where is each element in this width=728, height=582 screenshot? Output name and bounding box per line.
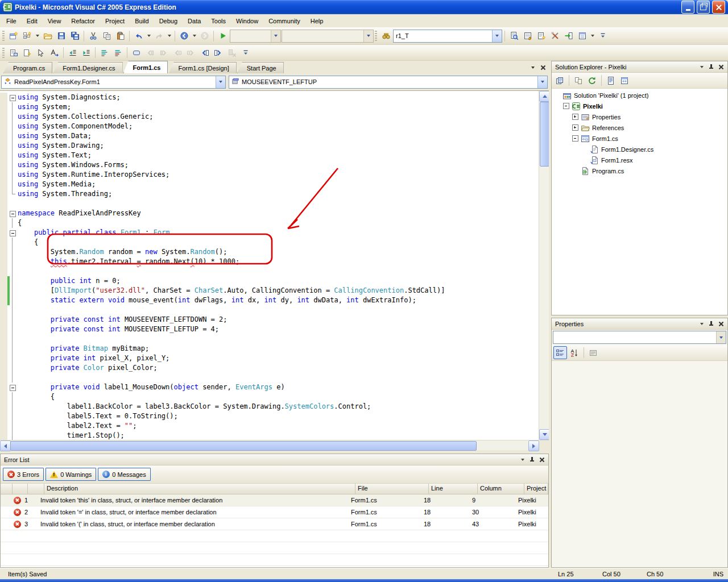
menu-tools[interactable]: Tools (206, 15, 231, 27)
start-page-button[interactable] (562, 30, 575, 42)
new-project-button[interactable] (7, 30, 20, 42)
undo-button[interactable] (132, 30, 145, 42)
expand-icon[interactable] (572, 114, 578, 120)
chevron-down-icon[interactable] (492, 30, 502, 42)
tree-item-form1-cs[interactable]: Form1.cs (552, 133, 727, 144)
error-row[interactable]: 3Invalid token '(' in class, struct, or … (1, 518, 548, 530)
se-show-all-files-button[interactable] (572, 74, 585, 86)
prop-alphabetical-button[interactable] (568, 347, 581, 359)
horizontal-scrollbar[interactable] (0, 440, 549, 450)
paste-button[interactable] (114, 30, 127, 42)
navigate-backward-button[interactable] (177, 30, 191, 42)
horizontal-scroll-thumb[interactable] (10, 441, 477, 451)
chevron-down-icon[interactable] (271, 30, 280, 42)
tab-list-dropdown-button[interactable] (528, 63, 537, 72)
menu-data[interactable]: Data (183, 15, 206, 27)
menu-build[interactable]: Build (130, 15, 154, 27)
display-member-list-button[interactable] (7, 47, 20, 59)
se-view-code-button[interactable] (605, 74, 617, 86)
close-document-button[interactable] (539, 63, 548, 72)
solution-platforms-combo[interactable] (282, 30, 374, 43)
object-browser-button[interactable] (535, 30, 548, 42)
tree-item-references[interactable]: References (552, 122, 727, 133)
find-symbol-button[interactable] (379, 30, 392, 42)
window-position-menu-button[interactable] (518, 455, 527, 464)
close-button[interactable] (712, 1, 725, 14)
properties-object-combo[interactable] (553, 331, 726, 344)
tab-start-page[interactable]: Start Page (237, 62, 284, 73)
other-windows-button[interactable] (576, 30, 589, 42)
window-position-menu-button[interactable] (697, 319, 706, 328)
minimize-button[interactable] (681, 1, 694, 14)
window-position-menu-button[interactable] (697, 63, 706, 71)
menu-help[interactable]: Help (305, 15, 329, 27)
add-new-item-button[interactable] (20, 30, 34, 42)
tab-form1-designer-cs[interactable]: Form1.Designer.cs (53, 62, 122, 73)
tree-item-form1-designer-cs[interactable]: Form1.Designer.cs (552, 144, 727, 155)
other-windows-dropdown[interactable] (589, 30, 595, 42)
toolbar-overflow-button[interactable] (239, 47, 252, 59)
scroll-right-button[interactable] (528, 440, 539, 451)
increase-indent-button[interactable] (80, 47, 93, 59)
uncomment-lines-button[interactable] (111, 47, 125, 59)
next-bookmark-in-document-button[interactable] (212, 47, 225, 59)
header-column[interactable]: Column (478, 484, 524, 494)
prop-categorized-button[interactable] (553, 346, 567, 359)
header-icon-column[interactable] (13, 484, 28, 494)
prop-property-pages-button[interactable] (587, 347, 599, 359)
header-project[interactable]: Project (524, 484, 548, 494)
menu-window[interactable]: Window (231, 15, 263, 27)
errors-filter-button[interactable]: 3 Errors (3, 468, 44, 481)
types-combo-dropdown[interactable] (216, 76, 225, 88)
header-description[interactable]: Description (44, 484, 355, 494)
menu-project[interactable]: Project (100, 15, 130, 27)
auto-hide-pin-button[interactable] (707, 63, 715, 71)
vertical-scroll-thumb[interactable] (540, 102, 549, 167)
menu-community[interactable]: Community (263, 15, 305, 27)
decrease-indent-button[interactable] (66, 47, 79, 59)
open-file-button[interactable] (41, 30, 54, 42)
scroll-down-button[interactable] (539, 429, 549, 440)
toolbox-button[interactable] (548, 30, 561, 42)
start-debugging-button[interactable] (216, 30, 229, 42)
properties-object-dropdown[interactable] (716, 331, 726, 343)
complete-word-button[interactable] (48, 47, 61, 59)
restore-button[interactable] (697, 1, 710, 14)
save-all-button[interactable] (68, 30, 81, 42)
se-refresh-button[interactable] (586, 74, 598, 86)
solution-configurations-combo[interactable] (230, 30, 281, 43)
menu-refactor[interactable]: Refactor (66, 15, 100, 27)
error-row[interactable]: 2Invalid token '=' in class, struct, or … (1, 506, 548, 518)
header-number-column[interactable] (28, 484, 44, 494)
properties-window-button[interactable] (521, 30, 534, 42)
toggle-bookmark-button[interactable] (130, 47, 143, 59)
header-line[interactable]: Line (429, 484, 478, 494)
error-row[interactable]: 1Invalid token 'this' in class, struct, … (1, 494, 548, 506)
copy-button[interactable] (100, 30, 113, 42)
se-properties-button[interactable] (553, 74, 566, 86)
auto-hide-pin-button[interactable] (707, 319, 715, 328)
toolbar-grip[interactable] (2, 48, 5, 58)
close-panel-button[interactable] (717, 63, 725, 71)
tree-item-solution-pixelki-1-project-[interactable]: Solution 'Pixelki' (1 project) (552, 90, 727, 101)
parameter-info-button[interactable] (20, 47, 34, 59)
close-panel-button[interactable] (537, 455, 546, 464)
tab-program-cs[interactable]: Program.cs (3, 62, 52, 73)
se-view-designer-button[interactable] (618, 74, 631, 86)
quick-info-button[interactable] (34, 47, 47, 59)
code-surface[interactable]: using System.Diagnostics;using System;us… (0, 91, 539, 440)
chevron-down-icon[interactable] (363, 30, 373, 42)
tree-item-properties[interactable]: Properties (552, 111, 727, 122)
tree-item-pixelki[interactable]: Pixelki (552, 101, 727, 111)
toolbar-grip[interactable] (2, 31, 5, 41)
close-panel-button[interactable] (717, 319, 725, 328)
header-file[interactable]: File (355, 484, 429, 494)
solution-explorer-button[interactable] (507, 30, 520, 42)
toolbar-overflow-button[interactable] (596, 30, 609, 42)
code-editor[interactable]: using System.Diagnostics;using System;us… (0, 90, 549, 440)
find-combo[interactable]: r1_T (393, 30, 502, 43)
add-new-item-dropdown[interactable] (34, 30, 40, 42)
auto-hide-pin-button[interactable] (528, 455, 536, 464)
navigate-backward-dropdown[interactable] (191, 30, 197, 42)
menu-debug[interactable]: Debug (154, 15, 183, 27)
